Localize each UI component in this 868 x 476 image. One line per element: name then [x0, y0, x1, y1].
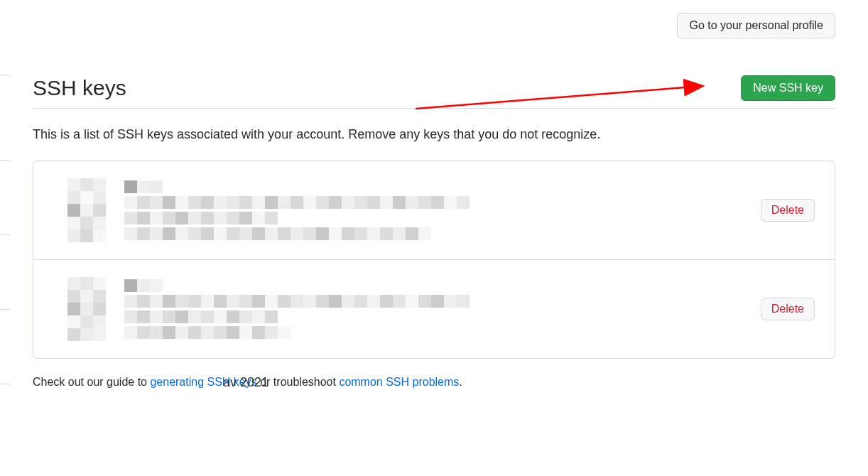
sidebar-edge	[0, 0, 10, 476]
go-to-profile-button[interactable]: Go to your personal profile	[677, 13, 835, 38]
delete-key-button[interactable]: Delete	[761, 298, 815, 320]
delete-key-button[interactable]: Delete	[761, 199, 815, 222]
key-icon	[67, 277, 110, 341]
page-title: SSH keys	[33, 76, 126, 100]
footer-prefix: Check out our guide to	[33, 376, 150, 388]
key-details-redacted	[124, 279, 761, 339]
footer-suffix: .	[459, 376, 462, 388]
key-details-redacted	[124, 180, 761, 240]
partial-date-text: av 2021	[223, 375, 268, 390]
key-icon	[67, 178, 110, 242]
section-header: SSH keys New SSH key	[33, 75, 835, 109]
footer-middle: or troubleshoot	[257, 376, 340, 388]
footer-help-text: Check out our guide to generating SSH ke…	[33, 376, 835, 389]
common-ssh-problems-link[interactable]: common SSH problems	[339, 376, 459, 388]
ssh-key-item: Delete	[33, 161, 835, 259]
ssh-keys-list: Delete	[33, 161, 835, 359]
section-description: This is a list of SSH keys associated wi…	[33, 127, 835, 142]
new-ssh-key-button[interactable]: New SSH key	[741, 75, 835, 101]
ssh-key-item: Delete	[33, 259, 835, 358]
